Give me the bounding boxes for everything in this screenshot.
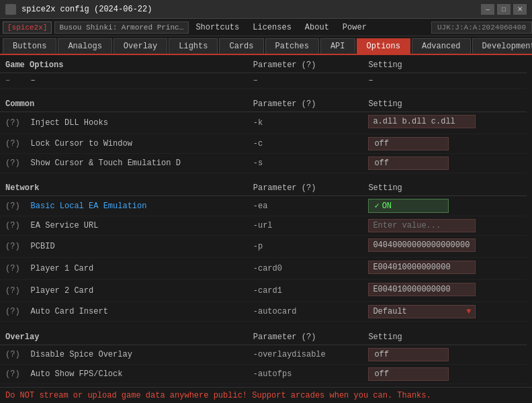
option-label: Show Cursor & Touch Emulation D <box>26 153 248 173</box>
section-setting-header: Setting <box>363 55 527 73</box>
main-content[interactable]: Game Options Parameter (?) Setting –––– … <box>0 55 532 387</box>
table-row: (?)Disable Spice Overlay-overlaydisableo… <box>0 345 527 364</box>
help-button[interactable]: (?) <box>0 258 26 280</box>
table-row: (?)PCBID-p04040000000000000000 <box>0 236 527 258</box>
option-label: Disable Spice Overlay <box>26 345 248 364</box>
help-button: – <box>0 73 26 89</box>
option-setting[interactable]: off <box>363 134 527 153</box>
section-separator <box>0 173 527 178</box>
table-row: (?)Show Cursor & Touch Emulation D-soff <box>0 153 527 173</box>
option-param: -s <box>248 153 363 173</box>
tab-advanced[interactable]: Advanced <box>412 38 471 54</box>
title-bar-controls: – □ ✕ <box>481 4 527 15</box>
toggle-widget[interactable]: off <box>368 367 449 381</box>
section-header-common: Common Parameter (?) Setting <box>0 94 527 112</box>
text-input[interactable] <box>368 219 476 232</box>
spice2x-badge[interactable]: [spice2x] <box>3 21 52 34</box>
minimize-button[interactable]: – <box>481 4 494 15</box>
section-setting-header: Setting <box>363 327 527 345</box>
game-title[interactable]: Busou Shinki: Armored Princess Batt <box>54 21 189 34</box>
option-param: -url <box>248 216 363 236</box>
menu-licenses[interactable]: Licenses <box>246 21 298 34</box>
option-setting[interactable]: off <box>363 364 527 384</box>
menu-shortcuts[interactable]: Shortcuts <box>189 21 246 34</box>
section-setting-header: Setting <box>363 94 527 112</box>
tab-analogs[interactable]: Analogs <box>58 38 112 54</box>
help-button[interactable]: (?) <box>0 280 26 302</box>
help-button[interactable]: (?) <box>0 196 26 216</box>
section-separator <box>0 322 527 327</box>
tab-options[interactable]: Options <box>357 38 410 54</box>
toggle-widget[interactable]: off <box>368 348 449 361</box>
help-button[interactable]: (?) <box>0 236 26 258</box>
help-button[interactable]: (?) <box>0 345 26 364</box>
window-title: spice2x config (2024-06-22) <box>21 5 152 14</box>
option-param: -k <box>248 111 363 134</box>
option-label: Inject DLL Hooks <box>26 111 248 134</box>
option-setting[interactable]: E004010000000000 <box>363 258 527 280</box>
select-widget[interactable]: Default▼ <box>368 305 476 318</box>
tab-development[interactable]: Development <box>472 38 532 54</box>
table-row: (?)Basic Local EA Emulation-ea✓ ON <box>0 196 527 216</box>
section-name: Overlay <box>0 327 248 345</box>
section-param-header: Parameter (?) <box>248 55 363 73</box>
tab-cards[interactable]: Cards <box>219 38 263 54</box>
option-label: Player 2 Card <box>26 280 248 302</box>
status-bar: Do NOT stream or upload game data anywhe… <box>0 387 532 403</box>
toggle-widget[interactable]: off <box>368 137 449 150</box>
close-button[interactable]: ✕ <box>513 4 527 15</box>
checkmark-icon: ✓ <box>374 201 379 211</box>
tab-bar: ButtonsAnalogsOverlayLightsCardsPatchesA… <box>0 36 532 55</box>
menu-power[interactable]: Power <box>336 21 373 34</box>
status-text: Do NOT stream or upload game data anywhe… <box>5 391 431 400</box>
help-button[interactable]: (?) <box>0 302 26 322</box>
menu-about[interactable]: About <box>298 21 336 34</box>
option-setting[interactable]: off <box>363 153 527 173</box>
option-setting[interactable]: E004010000000000 <box>363 280 527 302</box>
option-setting[interactable]: ✓ ON <box>363 196 527 216</box>
toggle-widget[interactable]: off <box>368 387 449 388</box>
option-param: -p <box>248 236 363 258</box>
table-row: –––– <box>0 73 527 89</box>
help-button[interactable]: (?) <box>0 111 26 134</box>
table-row: (?)Player 1 Card-card0E004010000000000 <box>0 258 527 280</box>
option-label: Lock Cursor to Window <box>26 134 248 153</box>
option-setting[interactable]: off <box>363 345 527 364</box>
option-setting[interactable]: a.dll b.dll c.dll <box>363 111 527 134</box>
section-name: Common <box>0 94 248 112</box>
maximize-button[interactable]: □ <box>497 4 511 15</box>
help-button[interactable]: (?) <box>0 134 26 153</box>
option-label: Auto Card Insert <box>26 302 248 322</box>
option-setting: – <box>363 73 527 89</box>
section-param-header: Parameter (?) <box>248 178 363 196</box>
table-row: (?)EA Service URL-url <box>0 216 527 236</box>
option-setting[interactable]: Default▼ <box>363 302 527 322</box>
option-param: -ea <box>248 196 363 216</box>
section-param-header: Parameter (?) <box>248 94 363 112</box>
help-button[interactable]: (?) <box>0 216 26 236</box>
section-setting-header: Setting <box>363 178 527 196</box>
option-setting[interactable]: 04040000000000000000 <box>363 236 527 258</box>
section-name: Network <box>0 178 248 196</box>
toggle-widget[interactable]: off <box>368 156 449 170</box>
option-param: – <box>248 73 363 89</box>
option-label: PCBID <box>26 236 248 258</box>
section-name: Game Options <box>0 55 248 73</box>
help-button[interactable]: (?) <box>0 364 26 384</box>
help-button[interactable]: (?) <box>0 153 26 173</box>
tab-lights[interactable]: Lights <box>169 38 218 54</box>
option-setting[interactable] <box>363 216 527 236</box>
tab-api[interactable]: API <box>320 38 355 54</box>
tab-overlay[interactable]: Overlay <box>114 38 167 54</box>
option-label: EA Service URL <box>26 216 248 236</box>
tab-buttons[interactable]: Buttons <box>3 38 56 54</box>
option-label: Auto Show FPS/Clock <box>26 364 248 384</box>
table-row: (?)Player 2 Card-card1E004010000000000 <box>0 280 527 302</box>
tab-patches[interactable]: Patches <box>265 38 319 54</box>
option-param: -c <box>248 134 363 153</box>
text-value: a.dll b.dll c.dll <box>368 115 476 128</box>
on-badge[interactable]: ✓ ON <box>368 199 449 213</box>
title-bar: spice2x config (2024-06-22) – □ ✕ <box>0 0 532 19</box>
table-row: (?)Auto Show FPS/Clock-autofpsoff <box>0 364 527 384</box>
table-row: (?)Lock Cursor to Window-coff <box>0 134 527 153</box>
